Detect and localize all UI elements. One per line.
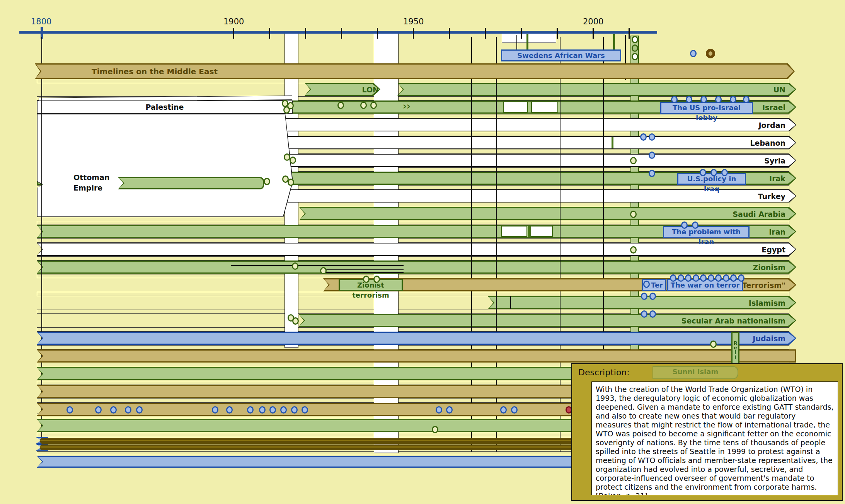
event-circle[interactable] bbox=[446, 406, 453, 414]
event-circle[interactable] bbox=[432, 426, 438, 433]
axis-label-1900: 1900 bbox=[223, 17, 244, 26]
zionism-line bbox=[231, 265, 404, 266]
event-circle[interactable] bbox=[363, 276, 370, 283]
event-circle[interactable] bbox=[500, 406, 507, 414]
event-circle[interactable] bbox=[212, 406, 218, 414]
event-circle[interactable] bbox=[721, 169, 728, 176]
event-circle[interactable] bbox=[743, 96, 750, 103]
event-circle[interactable] bbox=[630, 157, 637, 164]
zionist-terrorism-box[interactable]: Zionist terrorism bbox=[339, 279, 403, 291]
event-circle[interactable] bbox=[630, 211, 637, 218]
event-circle[interactable] bbox=[723, 274, 729, 282]
event-circle[interactable] bbox=[302, 406, 308, 414]
event-circle[interactable] bbox=[373, 276, 380, 283]
event-circle[interactable] bbox=[671, 96, 678, 103]
row-separator bbox=[37, 221, 789, 225]
event-circle[interactable] bbox=[226, 406, 233, 414]
axis-tick bbox=[377, 28, 378, 39]
event-circle[interactable] bbox=[292, 317, 299, 325]
event-circle[interactable] bbox=[292, 262, 298, 270]
axis-label-2000: 2000 bbox=[583, 17, 603, 26]
event-circle[interactable] bbox=[649, 152, 655, 159]
islamism-tick bbox=[510, 296, 511, 309]
donut-event-icon[interactable] bbox=[706, 49, 715, 58]
description-body: With the creation of the World Trade Org… bbox=[596, 385, 834, 495]
event-circle[interactable] bbox=[632, 36, 638, 43]
axis-tick bbox=[485, 28, 486, 39]
event-circle[interactable] bbox=[259, 406, 266, 414]
event-circle[interactable] bbox=[136, 406, 143, 414]
event-circle[interactable] bbox=[685, 274, 692, 282]
event-circle[interactable] bbox=[280, 406, 287, 414]
event-circle[interactable] bbox=[700, 274, 707, 282]
event-line-2003 bbox=[603, 37, 604, 363]
label-lon: LON bbox=[271, 85, 379, 94]
axis-tick bbox=[449, 28, 450, 39]
problem-with-iran-box[interactable]: The problem with Iran bbox=[663, 226, 750, 238]
event-circle[interactable] bbox=[632, 44, 638, 52]
event-circle[interactable] bbox=[283, 106, 290, 114]
event-circle[interactable] bbox=[643, 281, 650, 288]
event-circle[interactable] bbox=[730, 274, 737, 282]
event-circle[interactable] bbox=[700, 96, 707, 103]
event-circle[interactable] bbox=[670, 274, 676, 282]
swedens-african-wars-box[interactable]: Swedens African Wars bbox=[501, 49, 621, 61]
event-circle[interactable] bbox=[370, 102, 377, 109]
label-saudi-arabia: Saudi Arabia bbox=[677, 210, 785, 218]
axis-tick bbox=[341, 28, 342, 39]
event-circle[interactable] bbox=[290, 157, 296, 164]
event-circle[interactable] bbox=[641, 293, 647, 300]
event-circle[interactable] bbox=[690, 50, 697, 57]
event-circle[interactable] bbox=[681, 221, 688, 229]
event-circle[interactable] bbox=[630, 246, 637, 254]
event-circle[interactable] bbox=[269, 406, 276, 414]
ter-label: Ter bbox=[651, 281, 663, 289]
us-pro-israel-lobby-box[interactable]: The US pro-Israel lobby bbox=[660, 102, 753, 114]
event-circle[interactable] bbox=[649, 310, 656, 318]
event-circle[interactable] bbox=[649, 170, 655, 177]
event-circle[interactable] bbox=[715, 96, 722, 103]
description-text-box: With the creation of the World Trade Org… bbox=[591, 381, 838, 495]
event-circle[interactable] bbox=[730, 96, 736, 103]
sunni-islam-ghost: Sunni Islam bbox=[652, 366, 738, 379]
event-circle[interactable] bbox=[710, 169, 717, 176]
bar-ottoman-empire[interactable] bbox=[118, 177, 264, 189]
description-popup: Sunni Islam Description: With the creati… bbox=[571, 363, 843, 501]
event-circle[interactable] bbox=[649, 133, 655, 141]
row-separator bbox=[37, 327, 789, 332]
event-circle[interactable] bbox=[247, 406, 254, 414]
period-box bbox=[502, 32, 556, 43]
event-circle[interactable] bbox=[95, 406, 102, 414]
event-circle[interactable] bbox=[436, 406, 442, 414]
bar-sunni-islam[interactable] bbox=[37, 349, 796, 363]
event-circle[interactable] bbox=[511, 406, 518, 414]
ottoman-empire-region[interactable] bbox=[37, 114, 293, 217]
event-circle[interactable] bbox=[337, 102, 344, 109]
axis-tick bbox=[593, 28, 594, 39]
row-separator bbox=[37, 256, 789, 261]
event-circle[interactable] bbox=[700, 169, 706, 176]
event-circle[interactable] bbox=[125, 406, 131, 414]
sunni-islam-label: Sunni Islam bbox=[673, 368, 718, 376]
event-circle[interactable] bbox=[686, 96, 692, 103]
event-circle[interactable] bbox=[678, 274, 684, 282]
religion-vertical-box[interactable]: Reli bbox=[731, 332, 739, 367]
event-circle[interactable] bbox=[632, 53, 638, 60]
event-circle[interactable] bbox=[110, 406, 117, 414]
label-un: UN bbox=[677, 85, 785, 94]
event-circle[interactable] bbox=[708, 274, 714, 282]
event-circle[interactable] bbox=[288, 179, 294, 186]
event-circle[interactable] bbox=[264, 178, 270, 185]
event-circle[interactable] bbox=[649, 293, 656, 300]
event-circle[interactable] bbox=[66, 406, 73, 414]
event-circle[interactable] bbox=[738, 274, 744, 282]
event-circle[interactable] bbox=[715, 274, 722, 282]
event-circle[interactable] bbox=[692, 221, 698, 229]
event-circle[interactable] bbox=[641, 310, 647, 318]
event-circle[interactable] bbox=[291, 406, 298, 414]
event-circle[interactable] bbox=[360, 102, 367, 109]
event-circle[interactable] bbox=[320, 267, 327, 274]
event-circle[interactable] bbox=[710, 341, 717, 348]
event-circle[interactable] bbox=[640, 133, 647, 141]
event-circle[interactable] bbox=[693, 274, 699, 282]
